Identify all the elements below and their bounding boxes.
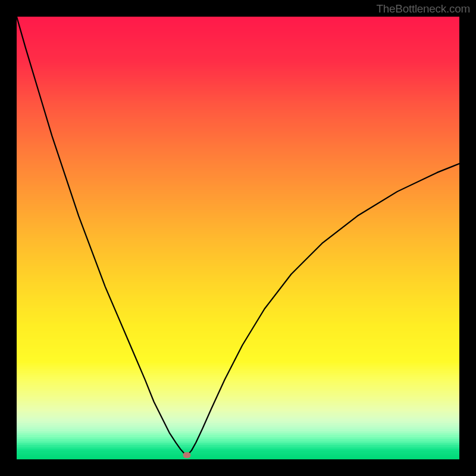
chart-frame: TheBottleneck.com bbox=[0, 0, 476, 476]
bottleneck-curve bbox=[17, 17, 459, 455]
watermark-text: TheBottleneck.com bbox=[376, 2, 470, 15]
optimal-point-marker bbox=[183, 452, 191, 458]
plot-area bbox=[17, 17, 459, 459]
line-svg bbox=[17, 17, 459, 459]
